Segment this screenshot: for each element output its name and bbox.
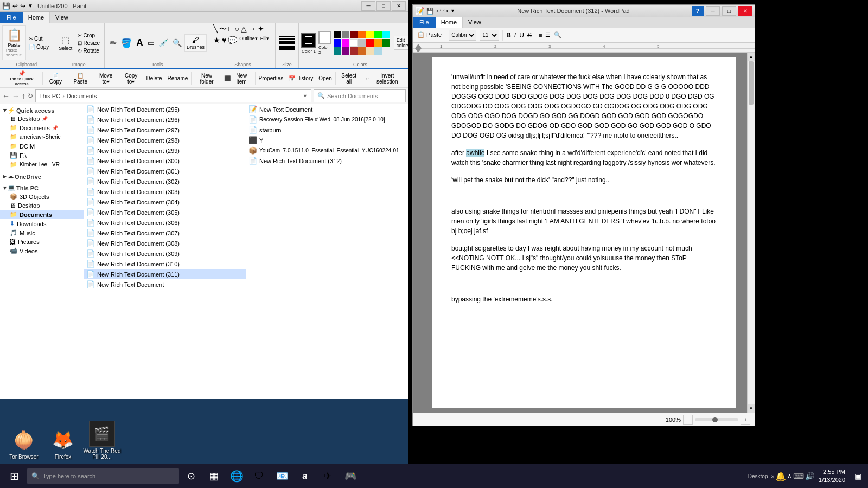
file-row-301[interactable]: 📄New Rich Text Document (301): [84, 166, 246, 176]
file-row-299[interactable]: 📄New Rich Text Document (299): [84, 145, 246, 156]
breadcrumb[interactable]: This PC › Documents ▼: [35, 89, 311, 102]
swatch-gray[interactable]: [342, 31, 349, 38]
file-recovery[interactable]: 📄Recovery Session File # Wed, 08-Jun-201…: [246, 114, 408, 125]
swatch-darkgreen[interactable]: [382, 39, 390, 47]
nav-pictures[interactable]: 🖼Pictures: [0, 237, 84, 246]
pin-quick-btn[interactable]: 📌Pin to Quick access: [2, 69, 41, 87]
copy-to-btn[interactable]: Copy to▾: [119, 72, 143, 86]
thispc-section[interactable]: ▾💻This PC: [0, 183, 84, 192]
file-row-309[interactable]: 📄New Rich Text Document (309): [84, 248, 246, 259]
file-row-312[interactable]: 📄New Rich Text Document (312): [246, 156, 408, 166]
swatch-cyan[interactable]: [382, 31, 390, 38]
tb-notification-icon[interactable]: 🔔: [775, 471, 786, 481]
tb-tripadvisor-btn[interactable]: ✈: [317, 464, 339, 488]
up-btn[interactable]: ↑: [22, 92, 25, 100]
tb-amazon-btn[interactable]: a: [294, 464, 316, 488]
wp-menu-arrow[interactable]: ▼: [450, 8, 455, 14]
wp-tab-file[interactable]: File: [413, 17, 436, 28]
color2-btn[interactable]: [318, 31, 331, 44]
scroll-down-btn[interactable]: ▼: [748, 404, 755, 413]
tb-mail-btn[interactable]: 📧: [271, 464, 293, 488]
swatch-white[interactable]: [350, 39, 358, 47]
pencil-btn[interactable]: ✏: [108, 37, 118, 49]
shape-curve[interactable]: 〜: [219, 24, 227, 35]
swatch-magenta[interactable]: [342, 39, 349, 47]
file-row-308[interactable]: 📄New Rich Text Document (308): [84, 238, 246, 248]
rotate-btn[interactable]: ↻Rotate: [76, 47, 101, 54]
shape-heart[interactable]: ♥: [221, 35, 227, 45]
fill-btn[interactable]: Fill▾: [259, 35, 271, 45]
file-row-307[interactable]: 📄New Rich Text Document (307): [84, 228, 246, 238]
wp-paste-btn[interactable]: 📋 Paste: [417, 31, 442, 38]
paint-maximize-btn[interactable]: □: [376, 1, 391, 11]
tb-desktop-btn[interactable]: Desktop: [746, 473, 770, 479]
invert-sel-btn[interactable]: ↔ Invert selection: [362, 72, 406, 86]
swatch-orange[interactable]: [358, 31, 366, 38]
file-row-305[interactable]: 📄New Rich Text Document (305): [84, 207, 246, 217]
desktop-icon-redpill[interactable]: 🎬 Watch The Red Pill 20...: [82, 421, 122, 460]
wp-size-select[interactable]: 11: [480, 30, 499, 41]
tb-game-btn[interactable]: 🎮: [340, 464, 361, 488]
eraser-btn[interactable]: ▭: [146, 37, 156, 48]
wp-maximize-btn[interactable]: □: [722, 6, 736, 16]
start-btn[interactable]: ⊞: [2, 464, 26, 488]
fill-tool-btn[interactable]: 🪣: [119, 37, 133, 49]
file-row-302[interactable]: 📄New Rich Text Document (302): [84, 176, 246, 187]
magnify-btn[interactable]: 🔍: [171, 37, 183, 48]
wp-redo-icon[interactable]: ↪: [443, 8, 448, 15]
file-row-295[interactable]: 📄New Rich Text Document (295): [84, 104, 246, 114]
wp-italic-btn[interactable]: I: [514, 31, 516, 39]
shape-line[interactable]: ╲: [213, 24, 218, 35]
paint-tab-home[interactable]: Home: [23, 12, 50, 23]
shape-star4[interactable]: ✦: [257, 24, 265, 35]
search-input[interactable]: [327, 93, 392, 99]
crop-btn[interactable]: ✂Crop: [76, 32, 101, 39]
swatch-purple[interactable]: [342, 47, 349, 55]
wp-undo-icon[interactable]: ↩: [436, 8, 441, 15]
file-row-297[interactable]: 📄New Rich Text Document (297): [84, 125, 246, 135]
zoom-in-btn[interactable]: +: [741, 415, 750, 425]
file-row-300[interactable]: 📄New Rich Text Document (300): [84, 156, 246, 166]
paint-tab-file[interactable]: File: [0, 12, 23, 23]
wp-font-select[interactable]: Calibri: [449, 30, 476, 41]
tb-multitask-btn[interactable]: ▦: [203, 464, 225, 488]
paste-btn[interactable]: 📋 Paste Paste shortcut: [2, 25, 26, 60]
file-row-nonum[interactable]: 📄New Rich Text Document: [84, 279, 246, 290]
wp-align-center-btn[interactable]: ☰: [545, 31, 551, 38]
tb-action-center[interactable]: ▣: [850, 464, 866, 488]
wp-strikethrough-btn[interactable]: S: [527, 31, 532, 39]
scroll-thumb[interactable]: [749, 61, 754, 105]
wp-help-btn[interactable]: ?: [692, 6, 704, 16]
file-row-306[interactable]: 📄New Rich Text Document (306): [84, 217, 246, 228]
shape-star5[interactable]: ★: [213, 35, 221, 45]
nav-americavr[interactable]: 📁americavr-Sheric: [0, 132, 84, 142]
wp-minimize-btn[interactable]: ─: [706, 6, 720, 16]
wp-save-icon[interactable]: 💾: [426, 8, 434, 15]
properties-btn[interactable]: Properties: [257, 74, 286, 82]
taskview-btn[interactable]: ⊙: [180, 464, 202, 488]
back-btn[interactable]: ←: [2, 92, 10, 100]
swatch-darkred[interactable]: [350, 31, 358, 38]
onedrive-section[interactable]: ▸☁OneDrive: [0, 171, 84, 181]
breadcrumb-documents[interactable]: Documents: [67, 93, 97, 99]
refresh-btn[interactable]: ↻: [28, 92, 33, 100]
file-y[interactable]: ⬛Y: [246, 135, 408, 145]
file-newtxt[interactable]: 📝New Text Document: [246, 104, 408, 114]
swatch-yellow[interactable]: [366, 31, 374, 38]
wp-close-btn[interactable]: ✕: [738, 6, 752, 16]
nav-videos[interactable]: 📹Videos: [0, 246, 84, 255]
nav-desktop[interactable]: 🖥Desktop📌: [0, 114, 84, 123]
edit-colors-btn[interactable]: Edit colors: [394, 36, 408, 50]
copy-btn2[interactable]: 📄 Copy: [44, 72, 67, 86]
desktop-icon-firefox[interactable]: 🦊 Firefox: [43, 427, 82, 460]
file-row-296[interactable]: 📄New Rich Text Document (296): [84, 114, 246, 125]
wp-underline-btn[interactable]: U: [519, 31, 524, 39]
resize-btn[interactable]: ⊡Resize: [76, 40, 101, 47]
file-row-304[interactable]: 📄New Rich Text Document (304): [84, 197, 246, 207]
shape-arrow[interactable]: →: [248, 24, 257, 35]
wp-scrollbar[interactable]: ▲ ▼: [747, 53, 755, 413]
file-row-303[interactable]: 📄New Rich Text Document (303): [84, 187, 246, 197]
wp-tab-view[interactable]: View: [463, 17, 487, 28]
shape-circle[interactable]: ○: [234, 24, 239, 35]
swatch-green[interactable]: [374, 31, 382, 38]
